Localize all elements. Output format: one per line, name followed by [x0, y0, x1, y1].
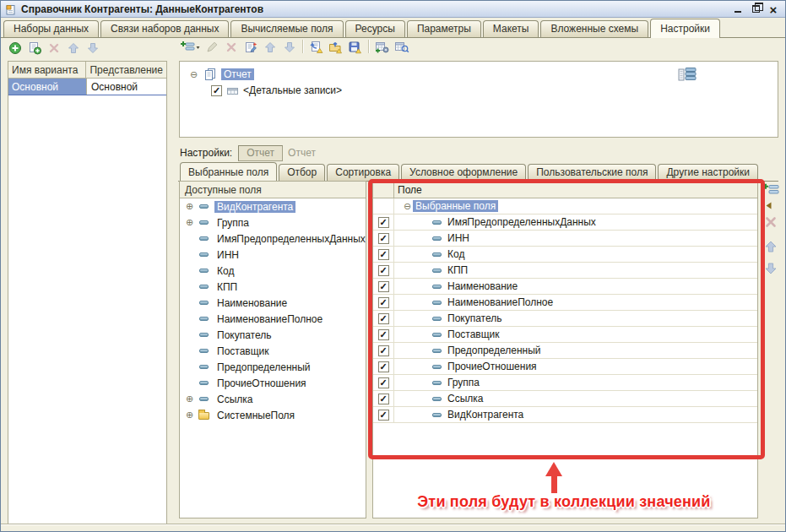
field-label[interactable]: ВидКонтрагента — [447, 409, 523, 421]
add-selected-field-button[interactable] — [762, 183, 781, 197]
settings-tab[interactable]: Отбор — [279, 164, 325, 181]
field-checkbox[interactable] — [378, 394, 389, 404]
variant-move-up-button[interactable] — [64, 40, 82, 57]
selected-field-row[interactable]: Поставщик — [373, 327, 757, 343]
field-label[interactable]: Наименование — [214, 297, 290, 309]
field-label[interactable]: НаименованиеПолное — [447, 296, 553, 308]
selected-field-row[interactable]: Код — [373, 247, 757, 263]
field-label[interactable]: НаименованиеПолное — [214, 313, 325, 325]
field-label[interactable]: Предопределенный — [214, 361, 313, 373]
main-tab[interactable]: Наборы данных — [3, 20, 99, 37]
delete-variant-button[interactable] — [45, 40, 62, 57]
tree-node-detail-records[interactable]: <Детальные записи> — [211, 84, 342, 96]
field-checkbox[interactable] — [378, 313, 389, 324]
available-field-row[interactable]: Покупатель — [180, 327, 366, 343]
field-checkbox[interactable] — [378, 249, 389, 260]
settings-tab[interactable]: Условное оформление — [401, 164, 526, 181]
tree-node-label[interactable]: Отчет — [221, 68, 254, 80]
check-settings-button[interactable] — [393, 39, 410, 56]
field-label[interactable]: ИмяПредопределенныхДанных — [447, 216, 596, 228]
customize-list-button[interactable] — [241, 39, 259, 56]
close-button[interactable]: × — [767, 3, 779, 14]
field-column-header[interactable]: Поле — [394, 182, 757, 198]
variant-presentation-cell[interactable]: Основной — [87, 79, 166, 95]
field-checkbox[interactable] — [378, 377, 389, 388]
open-settings-button[interactable] — [307, 39, 325, 56]
field-checkbox[interactable] — [378, 217, 389, 228]
available-field-row[interactable]: ⊕ ВидКонтрагента — [180, 198, 366, 214]
column-header-variant-name[interactable]: Имя варианта — [8, 62, 86, 78]
field-label[interactable]: Поставщик — [214, 345, 272, 357]
field-label[interactable]: Предопределенный — [447, 345, 541, 356]
main-tab[interactable]: Настройки — [650, 19, 720, 38]
available-field-row[interactable]: ⊕ Ссылка — [180, 391, 366, 407]
expand-icon[interactable]: ⊕ — [184, 394, 195, 404]
field-label[interactable]: ВидКонтрагента — [214, 201, 295, 213]
expand-icon[interactable]: ⊕ — [184, 217, 195, 228]
field-label[interactable]: Поставщик — [447, 328, 500, 340]
field-label[interactable]: КПП — [214, 281, 240, 293]
main-tab[interactable]: Макеты — [483, 20, 539, 37]
field-label[interactable]: Покупатель — [214, 329, 274, 341]
available-field-row[interactable]: ⊕ СистемныеПоля — [180, 407, 366, 423]
available-field-row[interactable]: Поставщик — [180, 343, 366, 359]
available-field-row[interactable]: Наименование — [180, 295, 366, 311]
field-label[interactable]: Покупатель — [447, 312, 501, 324]
copy-variant-button[interactable] — [25, 40, 43, 57]
field-checkbox[interactable] — [378, 345, 389, 356]
main-tab[interactable]: Вложенные схемы — [540, 20, 648, 37]
expand-icon[interactable]: ⊕ — [184, 410, 195, 421]
selected-field-move-down-button[interactable] — [764, 262, 778, 275]
selected-field-move-up-button[interactable] — [764, 240, 778, 253]
selected-fields-root-row[interactable]: ⊖ Выбранные поля — [373, 198, 757, 214]
delete-selected-field-button[interactable] — [764, 215, 778, 229]
selected-field-row[interactable]: ИмяПредопределенныхДанных — [373, 214, 757, 231]
field-checkbox[interactable] — [378, 329, 389, 340]
available-field-row[interactable]: ИНН — [180, 247, 366, 263]
restore-button[interactable] — [750, 3, 762, 14]
column-header-presentation[interactable]: Представление — [86, 62, 166, 78]
field-checkbox[interactable] — [378, 297, 389, 308]
edit-structure-item-button[interactable] — [203, 39, 220, 56]
field-label[interactable]: Ссылка — [447, 393, 483, 404]
field-label[interactable]: Ссылка — [214, 394, 255, 405]
available-field-row[interactable]: ИмяПредопределенныхДанных — [180, 231, 366, 247]
available-field-row[interactable]: КПП — [180, 279, 366, 295]
structure-move-up-button[interactable] — [261, 39, 279, 56]
available-field-row[interactable]: ПрочиеОтношения — [180, 375, 366, 391]
main-tab[interactable]: Ресурсы — [345, 20, 405, 37]
settings-tab[interactable]: Другие настройки — [658, 164, 758, 181]
tree-node-report[interactable]: ⊖ Отчет — [188, 68, 254, 81]
field-label[interactable]: ИНН — [214, 249, 241, 261]
selected-field-row[interactable]: ИНН — [373, 231, 757, 247]
delete-structure-item-button[interactable] — [222, 39, 240, 56]
minimize-button[interactable] — [732, 3, 744, 14]
settings-tab[interactable]: Сортировка — [327, 164, 399, 181]
field-label[interactable]: ИНН — [447, 232, 469, 244]
field-label[interactable]: Группа — [214, 217, 252, 229]
expand-icon[interactable]: ⊕ — [184, 201, 195, 212]
selected-fields-root-label[interactable]: Выбранные поля — [413, 200, 498, 212]
selected-field-row[interactable]: Наименование — [373, 279, 757, 295]
tree-node-label[interactable]: <Детальные записи> — [243, 84, 342, 96]
field-checkbox[interactable] — [378, 410, 389, 421]
add-variant-button[interactable] — [6, 40, 24, 57]
collapse-icon[interactable]: ⊖ — [402, 201, 413, 212]
field-label[interactable]: ИмяПредопределенныхДанных — [214, 233, 366, 245]
field-checkbox[interactable] — [378, 233, 389, 244]
collapse-strip-icon[interactable] — [766, 202, 772, 209]
field-checkbox[interactable] — [378, 265, 389, 276]
selected-field-row[interactable]: Группа — [373, 375, 757, 391]
field-label[interactable]: ПрочиеОтношения — [214, 377, 309, 389]
field-label[interactable]: КПП — [447, 264, 468, 276]
selected-field-row[interactable]: Предопределенный — [373, 343, 757, 359]
selected-field-row[interactable]: ПрочиеОтношения — [373, 359, 757, 375]
main-tab[interactable]: Вычисляемые поля — [230, 20, 343, 37]
available-field-row[interactable]: НаименованиеПолное — [180, 311, 366, 327]
default-settings-button[interactable] — [373, 39, 391, 56]
field-checkbox[interactable] — [378, 361, 389, 372]
structure-move-down-button[interactable] — [280, 39, 298, 56]
field-label[interactable]: Наименование — [447, 280, 518, 292]
selected-field-row[interactable]: ВидКонтрагента — [373, 407, 757, 423]
detail-records-checkbox[interactable] — [211, 85, 222, 96]
